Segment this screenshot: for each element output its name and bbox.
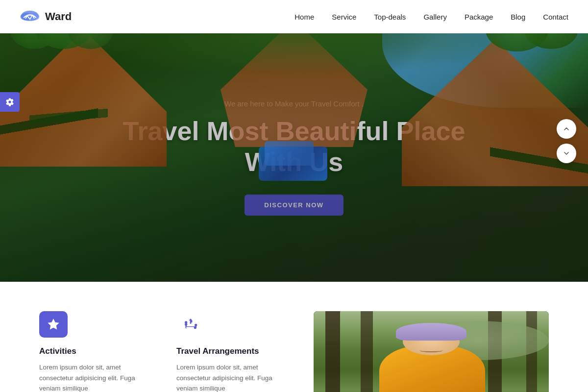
logo[interactable]: Ward — [20, 8, 72, 25]
nav-package[interactable]: Package — [465, 13, 493, 21]
nav-home[interactable]: Home — [294, 13, 314, 21]
header: Ward Home Service Top-deals Gallery Pack… — [0, 0, 588, 33]
features-section: Activities Lorem ipsum dolor sit, amet c… — [0, 282, 588, 392]
hero-section: We are here to Make your Travel Comfort … — [0, 0, 588, 282]
settings-button[interactable] — [0, 92, 20, 112]
nav-gallery[interactable]: Gallery — [423, 13, 447, 21]
activities-icon-wrap — [39, 311, 68, 338]
featured-photo — [314, 311, 549, 392]
activities-title: Activities — [39, 346, 157, 356]
nav-top-deals[interactable]: Top-deals — [374, 13, 406, 21]
hero-nav-arrows — [557, 119, 576, 163]
feature-travel: Travel Arrangements Lorem ipsum dolor si… — [176, 311, 314, 392]
nav-blog[interactable]: Blog — [511, 13, 525, 21]
gear-icon — [5, 98, 14, 106]
scroll-up-button[interactable] — [557, 119, 576, 139]
travel-title: Travel Arrangements — [176, 346, 294, 356]
activities-text: Lorem ipsum dolor sit, amet consectetur … — [39, 362, 157, 392]
travel-icon-wrap — [176, 311, 205, 338]
nav-contact[interactable]: Contact — [543, 13, 568, 21]
feature-activities: Activities Lorem ipsum dolor sit, amet c… — [39, 311, 176, 392]
chevron-down-icon — [563, 149, 570, 157]
main-nav: Home Service Top-deals Gallery Package B… — [294, 13, 568, 21]
nav-service[interactable]: Service — [332, 13, 356, 21]
logo-text: Ward — [45, 10, 72, 23]
travel-text: Lorem ipsum dolor sit, amet consectetur … — [176, 362, 294, 392]
scroll-down-button[interactable] — [557, 144, 576, 163]
chevron-up-icon — [563, 125, 570, 133]
route-icon — [183, 317, 198, 332]
hero-background — [0, 0, 588, 282]
logo-icon — [20, 8, 40, 25]
star-icon — [47, 318, 60, 331]
